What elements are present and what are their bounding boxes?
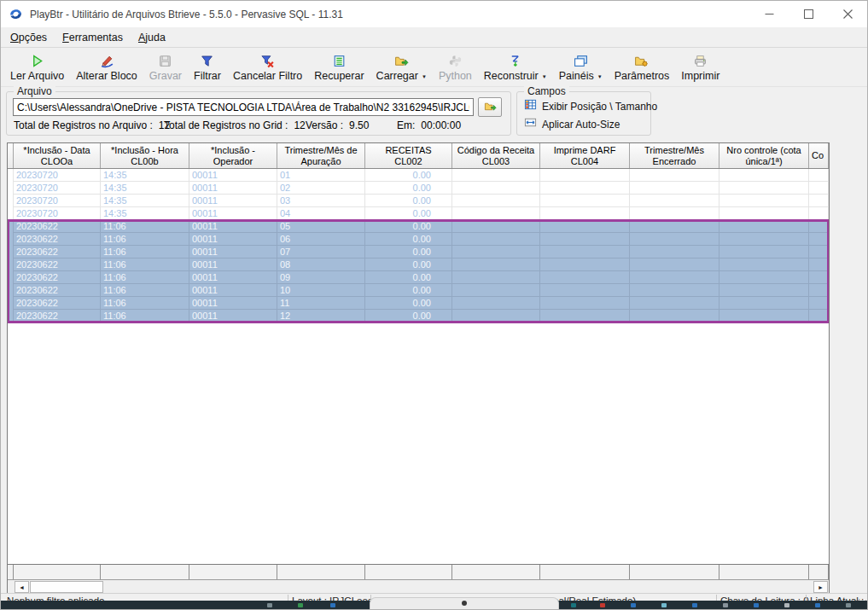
grid-cell[interactable] — [540, 195, 630, 207]
column-header-inclusao-operador[interactable]: *Inclusão -Operador — [189, 143, 277, 168]
taskbar-icon[interactable] — [298, 603, 303, 607]
grid-cell[interactable] — [452, 207, 540, 220]
grid-cell[interactable] — [452, 169, 540, 182]
grid-cell[interactable]: 00011 — [189, 195, 277, 207]
toolbar-button-reconstruir[interactable]: Reconstruir▼ — [478, 49, 553, 85]
grid-cell[interactable] — [540, 246, 630, 259]
grid-cell[interactable] — [719, 310, 809, 322]
grid-cell[interactable]: 14:35 — [101, 169, 189, 182]
grid-cell[interactable] — [630, 259, 719, 271]
grid-cell[interactable] — [719, 169, 809, 182]
grid-cell[interactable] — [719, 182, 809, 195]
grid-cell[interactable] — [630, 233, 719, 246]
table-row[interactable]: 2023072014:3500011010.00 — [8, 169, 829, 182]
grid-cell[interactable]: 00011 — [189, 207, 277, 220]
grid-cell[interactable] — [809, 169, 829, 182]
file-path-input[interactable] — [13, 98, 474, 116]
toolbar-button-carregar[interactable]: Carregar▼ — [370, 49, 433, 85]
grid-cell[interactable]: 20230622 — [14, 271, 101, 284]
grid-cell[interactable] — [719, 271, 809, 284]
grid-cell[interactable]: 11:06 — [101, 297, 189, 310]
grid-cell[interactable]: 14:35 — [101, 182, 189, 195]
table-row[interactable]: 2023062211:0600011110.00 — [8, 297, 829, 310]
grid-cell[interactable]: 0.00 — [365, 246, 452, 259]
table-row[interactable]: 2023072014:3500011020.00 — [8, 182, 829, 195]
grid-cell[interactable] — [452, 182, 540, 195]
column-header-trimestre-mes-de-apuracao[interactable]: Trimestre/Mês deApuração — [277, 143, 365, 168]
campos-button-exibir-posicao-tamanho[interactable]: Exibir Posição \ Tamanho — [524, 98, 657, 114]
table-row[interactable]: 2023062211:0600011090.00 — [8, 271, 829, 284]
grid-cell[interactable] — [452, 246, 540, 259]
grid-cell[interactable]: 0.00 — [365, 182, 452, 195]
grid-cell[interactable]: 0.00 — [365, 233, 452, 246]
grid-cell[interactable]: 00011 — [189, 169, 277, 182]
grid-cell[interactable] — [809, 271, 829, 284]
grid-cell[interactable] — [809, 220, 829, 233]
grid-cell[interactable] — [540, 310, 630, 322]
table-row[interactable]: 2023062211:0600011100.00 — [8, 284, 829, 297]
grid-cell[interactable] — [630, 284, 719, 297]
grid-cell[interactable]: 20230720 — [14, 207, 101, 220]
grid-cell[interactable]: 11:06 — [101, 284, 189, 297]
toolbar-button-alterar-bloco[interactable]: Alterar Bloco — [70, 49, 143, 85]
grid-cell[interactable] — [540, 207, 630, 220]
grid-cell[interactable]: 02 — [277, 182, 365, 195]
grid-cell[interactable] — [630, 310, 719, 322]
grid-cell[interactable] — [630, 271, 719, 284]
scroll-right-button[interactable] — [813, 581, 828, 593]
toolbar-button-cancelar-filtro[interactable]: Cancelar Filtro — [227, 49, 308, 85]
grid-cell[interactable]: 01 — [277, 169, 365, 182]
grid-cell[interactable]: 20230720 — [14, 169, 101, 182]
menu-ferramentas[interactable]: Ferramentas — [55, 29, 131, 46]
table-row[interactable]: 2023062211:0600011120.00 — [8, 310, 829, 322]
toolbar-button-parametros[interactable]: Parâmetros — [609, 49, 676, 85]
taskbar-icon[interactable] — [723, 603, 728, 607]
grid-cell[interactable]: 00011 — [189, 233, 277, 246]
table-row[interactable]: 2023072014:3500011030.00 — [8, 195, 829, 207]
toolbar-button-imprimir[interactable]: Imprimir — [675, 49, 725, 85]
toolbar-button-paineis[interactable]: Painéis▼ — [553, 49, 609, 85]
toolbar-button-ler-arquivo[interactable]: Ler Arquivo — [4, 49, 70, 85]
grid-cell[interactable]: 0.00 — [365, 195, 452, 207]
grid-cell[interactable]: 14:35 — [101, 207, 189, 220]
grid-cell[interactable] — [630, 195, 719, 207]
taskbar-icon[interactable] — [330, 603, 335, 607]
taskbar-icon[interactable] — [815, 603, 820, 607]
grid-cell[interactable]: 11:06 — [101, 310, 189, 322]
grid-cell[interactable]: 20230622 — [14, 259, 101, 271]
grid-cell[interactable]: 00011 — [189, 182, 277, 195]
grid-cell[interactable] — [630, 220, 719, 233]
grid-cell[interactable] — [630, 297, 719, 310]
grid-cell[interactable]: 11:06 — [101, 271, 189, 284]
grid-body[interactable]: 2023072014:3500011010.002023072014:35000… — [8, 169, 829, 564]
grid-cell[interactable]: 04 — [277, 207, 365, 220]
grid-cell[interactable] — [719, 246, 809, 259]
grid-cell[interactable]: 07 — [277, 246, 365, 259]
grid-cell[interactable] — [452, 297, 540, 310]
menu-ajuda[interactable]: Ajuda — [131, 29, 173, 46]
grid-cell[interactable]: 20230622 — [14, 310, 101, 322]
column-header-imprime-darf-cl004[interactable]: Imprime DARFCL004 — [540, 143, 630, 168]
grid-cell[interactable]: 20230622 — [14, 284, 101, 297]
taskbar-icon[interactable] — [661, 603, 667, 607]
grid-cell[interactable] — [809, 284, 829, 297]
toolbar-button-recuperar[interactable]: Recuperar — [308, 49, 370, 85]
grid-cell[interactable] — [452, 284, 540, 297]
grid-cell[interactable]: 00011 — [189, 284, 277, 297]
scroll-left-button[interactable] — [15, 581, 29, 593]
grid-cell[interactable] — [540, 233, 630, 246]
grid-cell[interactable]: 0.00 — [365, 310, 452, 322]
grid-cell[interactable]: 11:06 — [101, 233, 189, 246]
column-header-trimestre-mes-encerrado[interactable]: Trimestre/MêsEncerrado — [630, 143, 719, 168]
grid-cell[interactable] — [452, 233, 540, 246]
table-row[interactable]: 2023062211:0600011060.00 — [8, 233, 829, 246]
menu-opcoes[interactable]: Opções — [3, 29, 55, 46]
grid-cell[interactable] — [452, 271, 540, 284]
grid-cell[interactable]: 00011 — [189, 259, 277, 271]
grid-cell[interactable]: 00011 — [189, 297, 277, 310]
grid-cell[interactable]: 0.00 — [365, 284, 452, 297]
taskbar-icon[interactable] — [754, 603, 759, 607]
table-row[interactable]: 2023072014:3500011040.00 — [8, 207, 829, 220]
column-header-nro-controle-cota-unica-1[interactable]: Nro controle (cotaúnica/1ª) — [719, 143, 809, 168]
grid-cell[interactable] — [719, 233, 809, 246]
